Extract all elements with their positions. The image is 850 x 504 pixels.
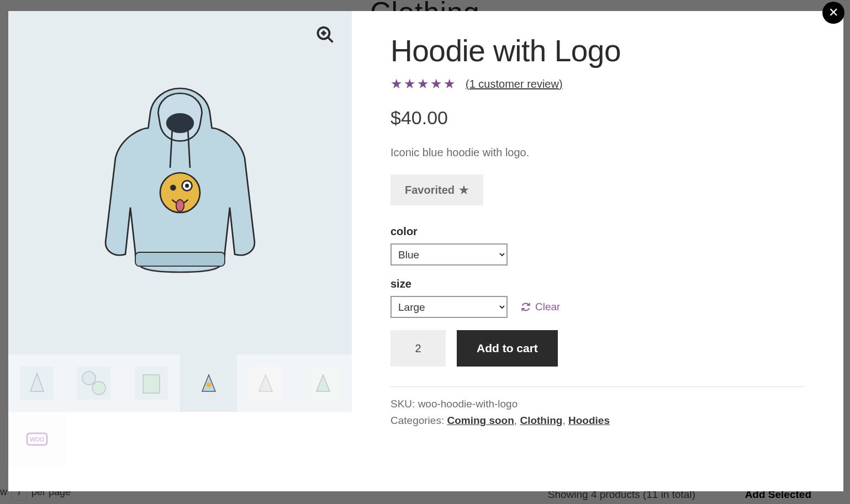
star-icon: ★ bbox=[459, 183, 469, 197]
add-to-cart-button[interactable]: Add to cart bbox=[457, 330, 558, 367]
thumbnail-3[interactable] bbox=[123, 354, 180, 412]
svg-point-20 bbox=[206, 382, 211, 387]
product-gallery: WOO bbox=[8, 11, 352, 491]
sku-value: woo-hoodie-with-logo bbox=[418, 398, 518, 410]
svg-text:WOO: WOO bbox=[30, 436, 44, 443]
star-icon: ★ bbox=[417, 76, 429, 92]
thumbnail-strip: WOO bbox=[8, 354, 352, 469]
svg-point-8 bbox=[170, 185, 176, 191]
svg-point-10 bbox=[185, 184, 189, 188]
review-link[interactable]: (1 customer review) bbox=[466, 78, 563, 91]
thumbnail-4[interactable] bbox=[180, 354, 237, 412]
product-modal: WOO Hoodie with Logo ★ ★ ★ ★ ★ (1 custom… bbox=[8, 11, 843, 491]
clear-link[interactable]: Clear bbox=[521, 301, 560, 313]
svg-rect-18 bbox=[143, 375, 160, 393]
product-price: $40.00 bbox=[390, 107, 805, 129]
product-title: Hoodie with Logo bbox=[390, 33, 805, 68]
thumbnail-6[interactable] bbox=[294, 354, 352, 412]
cart-row: Add to cart bbox=[390, 330, 805, 367]
close-button[interactable]: ✕ bbox=[822, 2, 844, 24]
thumbnail-7[interactable]: WOO bbox=[8, 412, 66, 469]
sku-label: SKU: bbox=[390, 398, 418, 410]
zoom-icon[interactable] bbox=[315, 25, 335, 45]
svg-point-15 bbox=[82, 372, 96, 385]
svg-point-11 bbox=[176, 200, 184, 212]
category-link[interactable]: Coming soon bbox=[447, 415, 514, 426]
category-link[interactable]: Clothing bbox=[520, 415, 562, 426]
star-icon: ★ bbox=[390, 76, 403, 92]
svg-point-4 bbox=[166, 113, 194, 133]
meta-divider bbox=[390, 386, 805, 387]
star-icon: ★ bbox=[444, 76, 456, 92]
categories-line: Categories: Coming soon, Clothing, Hoodi… bbox=[390, 415, 805, 427]
size-label: size bbox=[390, 278, 805, 290]
thumbnail-5[interactable] bbox=[237, 354, 294, 412]
clear-label: Clear bbox=[535, 301, 560, 313]
category-link[interactable]: Hoodies bbox=[568, 415, 610, 426]
thumbnail-1[interactable] bbox=[8, 354, 66, 412]
svg-line-1 bbox=[328, 38, 333, 43]
product-details: Hoodie with Logo ★ ★ ★ ★ ★ (1 customer r… bbox=[352, 11, 843, 491]
hoodie-illustration bbox=[81, 72, 279, 293]
svg-rect-12 bbox=[135, 252, 225, 266]
quantity-input[interactable] bbox=[390, 330, 446, 367]
color-label: color bbox=[390, 225, 805, 238]
star-icon: ★ bbox=[430, 76, 442, 92]
refresh-icon bbox=[521, 302, 531, 312]
product-description: Iconic blue hoodie with logo. bbox=[390, 146, 805, 159]
close-icon: ✕ bbox=[828, 6, 838, 20]
categories-label: Categories: bbox=[390, 415, 447, 426]
sku-line: SKU: woo-hoodie-with-logo bbox=[390, 398, 805, 410]
color-select[interactable]: Blue bbox=[390, 243, 508, 266]
thumbnail-2[interactable] bbox=[66, 354, 123, 412]
star-icon: ★ bbox=[404, 76, 416, 92]
main-product-image[interactable] bbox=[8, 11, 352, 354]
favorited-button[interactable]: Favorited ★ bbox=[390, 174, 483, 205]
star-rating: ★ ★ ★ ★ ★ bbox=[390, 76, 456, 92]
favorited-label: Favorited bbox=[405, 184, 455, 197]
rating-row: ★ ★ ★ ★ ★ (1 customer review) bbox=[390, 76, 805, 92]
svg-point-16 bbox=[92, 381, 105, 395]
size-select[interactable]: Large bbox=[390, 296, 508, 318]
